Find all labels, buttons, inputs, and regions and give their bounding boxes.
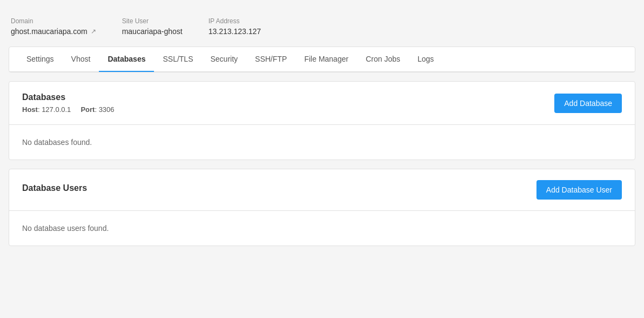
tabs-bar: Settings Vhost Databases SSL/TLS Securit…	[9, 47, 635, 72]
database-users-card: Database Users Add Database User No data…	[9, 169, 635, 246]
add-database-user-button[interactable]: Add Database User	[536, 180, 622, 200]
add-database-button[interactable]: Add Database	[554, 94, 622, 113]
databases-meta: Host: 127.0.0.1 Port: 3306	[22, 105, 115, 114]
database-users-header: Database Users Add Database User	[9, 169, 635, 211]
tab-databases[interactable]: Databases	[99, 47, 154, 72]
tab-logs[interactable]: Logs	[409, 47, 442, 72]
tab-vhost[interactable]: Vhost	[63, 47, 99, 72]
port-value: 3306	[99, 105, 115, 114]
database-users-header-left: Database Users	[22, 183, 87, 196]
domain-value: ghost.maucariapa.com ↗	[11, 27, 96, 36]
database-users-empty-message: No database users found.	[22, 224, 109, 233]
databases-header: Databases Host: 127.0.0.1 Port: 3306 Add…	[9, 82, 635, 125]
tab-ssl-tls[interactable]: SSL/TLS	[154, 47, 202, 72]
domain-label: Domain	[11, 17, 96, 25]
database-users-title: Database Users	[22, 183, 87, 193]
databases-title: Databases	[22, 92, 115, 102]
server-info: Domain ghost.maucariapa.com ↗ Site User …	[9, 11, 635, 47]
tab-file-manager[interactable]: File Manager	[296, 47, 357, 72]
ip-address-label: IP Address	[209, 17, 261, 25]
domain-group: Domain ghost.maucariapa.com ↗	[11, 17, 96, 36]
tabs-card: Settings Vhost Databases SSL/TLS Securit…	[9, 47, 635, 72]
tab-ssh-ftp[interactable]: SSH/FTP	[246, 47, 296, 72]
ip-address-group: IP Address 13.213.123.127	[209, 17, 261, 36]
port-label: Port	[81, 105, 95, 114]
site-user-value: maucariapa-ghost	[122, 27, 183, 36]
databases-header-left: Databases Host: 127.0.0.1 Port: 3306	[22, 92, 115, 114]
host-value: 127.0.0.1	[42, 105, 71, 114]
ip-address-value: 13.213.123.127	[209, 27, 261, 36]
databases-empty-message: No databases found.	[22, 138, 92, 147]
tab-cron-jobs[interactable]: Cron Jobs	[357, 47, 409, 72]
port-colon: :	[95, 105, 98, 114]
site-user-label: Site User	[122, 17, 183, 25]
host-label: Host	[22, 105, 38, 114]
database-users-empty-body: No database users found.	[9, 211, 635, 246]
external-link-icon[interactable]: ↗	[91, 28, 96, 35]
site-user-group: Site User maucariapa-ghost	[122, 17, 183, 36]
tab-settings[interactable]: Settings	[18, 47, 63, 72]
databases-card: Databases Host: 127.0.0.1 Port: 3306 Add…	[9, 81, 635, 160]
tab-security[interactable]: Security	[202, 47, 246, 72]
databases-empty-body: No databases found.	[9, 125, 635, 160]
